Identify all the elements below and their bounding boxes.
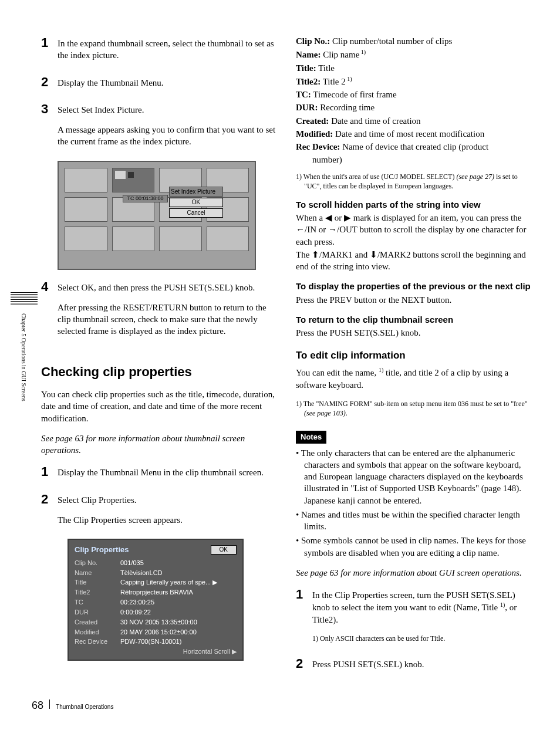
triangle-left-icon: ◀ [325, 212, 332, 222]
def-name: Name: Clip name 1) [296, 48, 531, 60]
step-text: Select Set Index Picture. [58, 104, 277, 116]
heading-scroll-hidden: To scroll hidden parts of the string int… [296, 199, 531, 211]
step-followup: The Clip Properties screen appears. [58, 514, 277, 526]
see-also: See page 63 for more information about G… [296, 567, 531, 579]
prop-label: Title [75, 578, 120, 587]
note-item: The only characters that can be entered … [296, 447, 531, 506]
section-intro: You can check clip properties such as th… [41, 388, 277, 424]
screenshot-set-index-picture: TC 00:01:38:00 Set Index Picture OK Canc… [58, 161, 256, 270]
prop-value: 00:23:00:25 [120, 598, 237, 607]
prop-label: Created [75, 618, 120, 627]
clip-prop-row: Modified20 MAY 2006 15:02±00:00 [75, 628, 237, 637]
step-number: 1 [41, 464, 58, 486]
clip-prop-row: Created30 NOV 2005 13:35±00:00 [75, 618, 237, 627]
prop-value: 0:00:09:22 [120, 608, 237, 617]
see-also: See page 63 for more information about t… [41, 432, 277, 457]
footer-title: Thumbnail Operations [56, 703, 113, 711]
thumb-cell [65, 197, 107, 222]
timecode-label: TC 00:01:38:00 [123, 195, 168, 202]
arrow-right-icon: → [328, 224, 337, 234]
screenshot-clip-properties: Clip Properties OK Clip No.001/035 NameT… [68, 539, 244, 661]
prop-label: Title2 [75, 588, 120, 597]
property-definitions: Clip No.: Clip number/total number of cl… [296, 35, 531, 166]
prop-value: Capping Literally years of spe... ▶ [120, 578, 237, 587]
prop-value: 001/035 [120, 559, 237, 567]
step-text: Select OK, and then press the PUSH SET(S… [58, 282, 277, 293]
prop-value: 30 NOV 2005 13:35±00:00 [120, 618, 237, 627]
arrow-up-icon: ⬆ [312, 249, 319, 259]
step-a-4: 4 Select OK, and then press the PUSH SET… [41, 279, 277, 346]
prop-value: Rétroprpjecteurs BRAVIA [120, 588, 237, 597]
step-a-2: 2 Display the Thumbnail Menu. [41, 75, 277, 97]
edit-clip-body: You can edit the name, 1) title, and tit… [296, 366, 531, 391]
thumb-cell [112, 227, 155, 251]
prop-value: PDW-700(SN-10001) [120, 637, 237, 646]
step-number: 3 [41, 102, 58, 156]
scroll-hidden-body: When a ◀ or ▶ mark is displayed for an i… [296, 212, 531, 248]
step-a-3: 3 Select Set Index Picture. A message ap… [41, 102, 277, 156]
return-body: Press the PUSH SET(S.SEL) knob. [296, 327, 531, 339]
scroll-hidden-body2: The ⬆/MARK1 and ⬇/MARK2 buttons scroll t… [296, 249, 531, 273]
def-dur: DUR: Recording time [296, 102, 531, 113]
step-number: 1 [41, 35, 58, 70]
triangle-right-icon: ▶ [344, 212, 351, 222]
footnote-edit: 1) The "NAMING FORM" sub-item on setup m… [296, 399, 531, 418]
thumb-cell [159, 227, 202, 251]
thumb-cell [65, 227, 107, 251]
page-number: 68 [32, 698, 43, 712]
prev-next-body: Press the PREV button or the NEXT button… [296, 294, 531, 306]
def-clip-no: Clip No.: Clip number/total number of cl… [296, 35, 531, 47]
footnote-1: 1) When the unit's area of use (UC/J MOD… [296, 172, 531, 191]
clip-prop-row: DUR0:00:09:22 [75, 608, 237, 617]
sidebar-stripes [11, 292, 38, 306]
step-b-2: 2 Select Clip Properties. The Clip Prope… [41, 492, 277, 535]
step-number: 2 [296, 656, 312, 678]
clip-prop-row: Clip No.001/035 [75, 559, 237, 567]
clip-prop-row: NameTèlèvisionLCD [75, 569, 237, 577]
footer-separator [49, 699, 50, 709]
step-followup: After pressing the RESET/RETURN button t… [58, 302, 277, 337]
step-followup: A message appears asking you to confirm … [58, 124, 277, 148]
step-number: 2 [41, 492, 58, 535]
clip-prop-row: Rec DevicePDW-700(SN-10001) [75, 637, 237, 646]
ok-button[interactable]: OK [169, 198, 223, 207]
clip-props-title: Clip Properties [75, 545, 129, 555]
clip-prop-row: TC00:23:00:25 [75, 598, 237, 607]
clip-prop-row: TitleCapping Literally years of spe... ▶ [75, 578, 237, 587]
prop-label: TC [75, 598, 120, 607]
step-number: 1 [296, 587, 312, 651]
prop-label: Rec Device [75, 637, 120, 646]
step-text: Display the Thumbnail Menu. [58, 77, 277, 89]
def-modified: Modified: Date and time of most recent m… [296, 128, 531, 140]
page-footer: 68 Thumbnail Operations [32, 698, 113, 712]
prop-label: Clip No. [75, 559, 120, 567]
step-text: Press PUSH SET(S.SEL) knob. [312, 658, 531, 670]
def-title2: Title2: Title 2 1) [296, 75, 531, 87]
def-created: Created: Date and time of creation [296, 115, 531, 127]
thumb-cell [207, 227, 249, 251]
prop-label: DUR [75, 608, 120, 617]
popup-title: Set Index Picture [169, 187, 223, 197]
cancel-button[interactable]: Cancel [169, 208, 223, 218]
def-tc: TC: Timecode of first frame [296, 89, 531, 100]
notes-list: The only characters that can be entered … [296, 447, 531, 559]
note-item: Some symbols cannot be used in clip name… [296, 535, 531, 559]
prop-label: Name [75, 569, 120, 577]
heading-prev-next: To display the properties of the previou… [296, 280, 531, 292]
step-text: Display the Thumbnail Menu in the clip t… [58, 467, 277, 478]
step-a-1: 1 In the expand thumbnail screen, select… [41, 35, 277, 70]
step-text: Select Clip Properties. [58, 494, 277, 506]
step-number: 4 [41, 279, 58, 346]
prop-label: Modified [75, 628, 120, 637]
note-item: Names and titles must be within the spec… [296, 509, 531, 533]
prop-value: TèlèvisionLCD [120, 569, 237, 577]
step-number: 2 [41, 75, 58, 97]
thumb-cell-selected [112, 168, 155, 192]
footnote-step: 1) Only ASCII characters can be used for… [312, 634, 531, 643]
notes-label: Notes [296, 431, 326, 444]
ok-button[interactable]: OK [211, 545, 237, 555]
step-c-1: 1 In the Clip Properties screen, turn th… [296, 587, 531, 651]
heading-checking-clip-properties: Checking clip properties [41, 363, 277, 381]
step-text: In the expand thumbnail screen, select t… [58, 38, 277, 62]
right-column: Clip No.: Clip number/total number of cl… [296, 35, 531, 683]
